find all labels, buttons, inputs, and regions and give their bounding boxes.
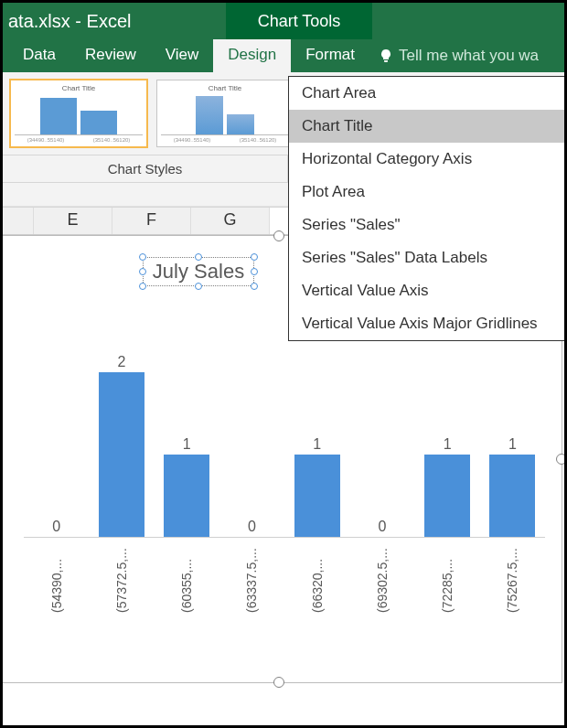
data-label: 1: [183, 436, 191, 453]
chart-bar[interactable]: 0: [359, 519, 405, 537]
tab-data[interactable]: Data: [8, 39, 70, 72]
dropdown-item[interactable]: Vertical Value Axis: [289, 274, 564, 307]
chart-bar[interactable]: 1: [424, 436, 470, 537]
ribbon-group-label: Chart Styles: [3, 155, 288, 183]
chart-resize-handle-n[interactable]: [273, 230, 284, 241]
chart-bar[interactable]: 0: [229, 519, 274, 537]
dropdown-item[interactable]: Series "Sales": [289, 209, 564, 241]
data-label: 0: [52, 519, 60, 535]
data-label: 0: [248, 519, 256, 535]
chart-style-thumb-1[interactable]: Chart Title (34490..55140)(35140..56120): [10, 80, 147, 147]
tell-me-placeholder: Tell me what you wa: [399, 47, 539, 65]
window-title: ata.xlsx - Excel: [3, 11, 226, 32]
x-tick-label: (69302.5,...: [375, 567, 390, 613]
contextual-tab-label: Chart Tools: [226, 3, 372, 39]
col-header-f[interactable]: F: [112, 208, 191, 234]
x-tick-label: (60355,...: [179, 567, 194, 613]
dropdown-item[interactable]: Vertical Value Axis Major Gridlines: [289, 307, 564, 340]
x-tick-label: (72285,...: [440, 567, 455, 613]
dropdown-item[interactable]: Chart Area: [289, 77, 564, 110]
col-header-g[interactable]: G: [191, 208, 270, 234]
chart-style-thumb-2[interactable]: Chart Title (34490..55140)(35140..56120): [156, 80, 294, 147]
data-label: 1: [313, 436, 321, 453]
x-tick-label: (63337.5,...: [244, 567, 259, 613]
x-tick-label: (66320,...: [310, 567, 325, 613]
title-handle-w[interactable]: [139, 268, 146, 275]
data-label: 1: [444, 436, 452, 453]
chart-element-dropdown[interactable]: Chart AreaChart TitleHorizontal Category…: [288, 76, 565, 341]
chart-resize-handle-e[interactable]: [556, 454, 567, 465]
tab-review[interactable]: Review: [70, 39, 151, 72]
tab-view[interactable]: View: [151, 39, 214, 72]
x-tick-label: (57372.5,...: [114, 567, 129, 613]
tell-me-search[interactable]: Tell me what you wa: [369, 39, 539, 72]
chart-bar[interactable]: 1: [294, 436, 340, 537]
title-handle-se[interactable]: [251, 283, 258, 290]
title-handle-nw[interactable]: [139, 253, 146, 261]
dropdown-item[interactable]: Plot Area: [289, 176, 564, 209]
title-handle-ne[interactable]: [251, 253, 258, 261]
data-label: 0: [378, 519, 386, 535]
x-tick-label: (75267.5,...: [505, 567, 519, 613]
chart-title[interactable]: July Sales: [143, 257, 254, 286]
tab-format[interactable]: Format: [291, 39, 369, 72]
ribbon-tabs: Data Review View Design Format Tell me w…: [3, 39, 564, 72]
chart-plot-area[interactable]: 02101011: [24, 355, 545, 538]
title-handle-sw[interactable]: [139, 283, 146, 290]
dropdown-item[interactable]: Horizontal Category Axis: [289, 143, 564, 176]
dropdown-item[interactable]: Chart Title: [289, 110, 564, 143]
tab-design[interactable]: Design: [213, 39, 291, 72]
x-tick-label: (54390,...: [49, 567, 64, 613]
chart-bar[interactable]: 1: [164, 436, 209, 537]
chart-bar[interactable]: 0: [34, 519, 80, 537]
title-handle-n[interactable]: [195, 253, 202, 261]
lightbulb-icon: [379, 48, 393, 63]
chart-x-axis: (54390,...(57372.5,...(60355,...(63337.5…: [24, 551, 545, 597]
title-handle-s[interactable]: [195, 283, 202, 290]
chart-bar[interactable]: 1: [489, 436, 535, 537]
data-label: 2: [117, 354, 125, 370]
chart-bar[interactable]: 2: [99, 354, 144, 537]
data-label: 1: [508, 436, 517, 453]
dropdown-item[interactable]: Series "Sales" Data Labels: [289, 241, 564, 274]
title-bar: ata.xlsx - Excel Chart Tools: [3, 3, 564, 39]
col-header-e[interactable]: E: [34, 208, 112, 234]
chart-resize-handle-s[interactable]: [273, 677, 284, 688]
title-handle-e[interactable]: [251, 268, 258, 275]
